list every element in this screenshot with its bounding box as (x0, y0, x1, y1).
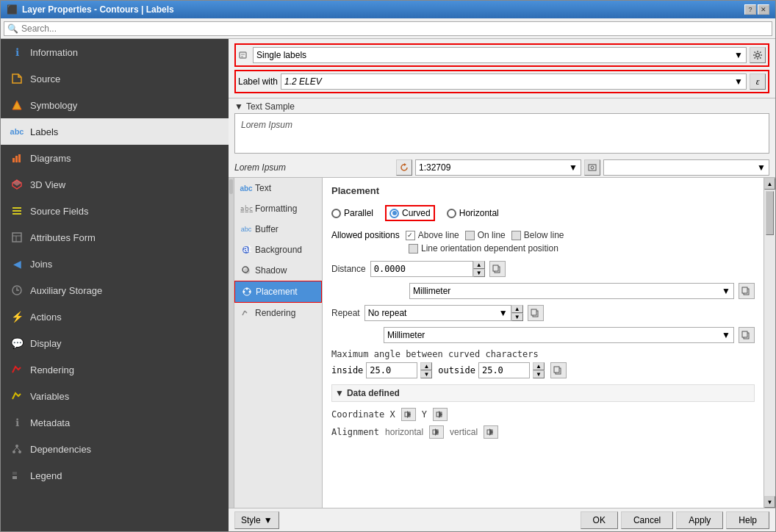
sub-item-label-buffer: Buffer (255, 224, 279, 234)
distance-copy-btn[interactable] (489, 261, 506, 277)
sidebar-label-display: Display (30, 338, 62, 349)
coord-x-btn[interactable] (401, 408, 416, 421)
outside-down-btn[interactable]: ▼ (533, 370, 545, 378)
svg-rect-9 (12, 233, 21, 242)
distance-unit-copy-btn[interactable] (739, 283, 755, 299)
sub-item-background[interactable]: abc Background (234, 240, 322, 260)
style-arrow-icon: ▼ (264, 515, 273, 525)
label-field-value: 1.2 ELEV (284, 76, 322, 87)
style-button[interactable]: Style ▼ (234, 511, 279, 529)
epsilon-btn[interactable]: ε (750, 73, 766, 90)
repeat-copy-btn[interactable] (528, 305, 544, 321)
distance-input[interactable] (370, 261, 473, 277)
repeat-unit-value: Millimeter (387, 330, 425, 340)
sidebar-item-dependencies[interactable]: Dependencies (1, 436, 229, 462)
sidebar-label-attributesform: Attributes Form (30, 232, 96, 243)
scroll-down-btn[interactable]: ▼ (764, 496, 775, 508)
alignment-vertical-value: vertical (450, 427, 478, 437)
sidebar-item-rendering[interactable]: Rendering (1, 356, 229, 383)
close-title-btn[interactable]: ✕ (758, 4, 769, 15)
alignment-v-btn[interactable] (484, 425, 498, 439)
attributesform-icon (10, 230, 24, 245)
inside-angle-input[interactable] (366, 362, 417, 378)
sidebar-item-attributesform[interactable]: Attributes Form (1, 224, 229, 251)
main-window: ⬛ Layer Properties - Contours | Labels ?… (0, 0, 776, 532)
sub-item-text[interactable]: abc Text (234, 178, 322, 198)
bottom-right-btns: OK Cancel Apply Help (581, 511, 769, 529)
display-icon: 💬 (10, 336, 24, 351)
apply-button[interactable]: Apply (676, 511, 723, 529)
repeat-dropdown[interactable]: No repeat ▼ (364, 305, 511, 321)
sidebar-item-legend[interactable]: Legend (1, 462, 229, 489)
repeat-unit-arrow: ▼ (722, 330, 730, 340)
data-defined-title: Data defined (347, 388, 400, 398)
sidebar-item-variables[interactable]: Variables (1, 383, 229, 409)
checkbox-above-line[interactable]: Above line (406, 230, 459, 240)
checkbox-below-line[interactable]: Below line (511, 230, 564, 240)
inside-down-btn[interactable]: ▼ (420, 370, 432, 378)
repeat-unit-dropdown[interactable]: Millimeter ▼ (384, 327, 734, 343)
sidebar-item-diagrams[interactable]: Diagrams (1, 145, 229, 171)
help-title-btn[interactable]: ? (744, 4, 756, 15)
search-bar: 🔍 (4, 21, 772, 36)
sub-item-buffer[interactable]: abc Buffer (234, 219, 322, 240)
ok-button[interactable]: OK (581, 511, 618, 529)
angle-copy-btn[interactable] (550, 362, 567, 378)
radio-parallel[interactable]: Parallel (331, 208, 373, 218)
settings-icon-btn[interactable] (750, 47, 766, 63)
scale-value: 1:32709 (419, 162, 450, 173)
sidebar-item-labels[interactable]: abc Labels (1, 118, 229, 145)
sidebar-item-3dview[interactable]: 3D View (1, 171, 229, 198)
map-btn[interactable] (584, 159, 600, 176)
radio-horizontal[interactable]: Horizontal (447, 208, 499, 218)
sub-item-formatting[interactable]: a̲b̲c̲ Formatting (234, 198, 322, 219)
format-dropdown[interactable]: ▼ (603, 159, 769, 176)
inside-label: inside (331, 365, 363, 375)
sub-item-placement[interactable]: Placement (234, 281, 322, 303)
scale-dropdown[interactable]: 1:32709 ▼ (415, 159, 581, 176)
alignment-h-btn[interactable] (429, 425, 444, 439)
lorem-ipsum-preview: Lorem Ipsum (241, 120, 292, 130)
scroll-up-btn[interactable]: ▲ (764, 178, 775, 190)
sidebar-item-actions[interactable]: ⚡ Actions (1, 303, 229, 330)
sidebar-item-auxiliary[interactable]: Auxiliary Storage (1, 277, 229, 303)
repeat-up-btn[interactable]: ▲ (511, 305, 523, 313)
right-scrollbar[interactable]: ▲ ▼ (764, 178, 775, 508)
repeat-down-btn[interactable]: ▼ (511, 313, 523, 321)
outside-angle-input[interactable] (478, 362, 530, 378)
curved-radio-wrapper[interactable]: Curved (385, 205, 435, 221)
svg-rect-18 (12, 472, 17, 475)
single-labels-dropdown[interactable]: Single labels ▼ (253, 47, 747, 63)
checkbox-on-line[interactable]: On line (465, 230, 506, 240)
sidebar-item-symbology[interactable]: Symbology (1, 92, 229, 118)
distance-unit-value: Millimeter (413, 286, 450, 296)
sidebar-item-joins[interactable]: ◀ Joins (1, 251, 229, 277)
preview-bar: Lorem Ipsum 1:32709 ▼ ▼ (229, 158, 775, 178)
sidebar-item-information[interactable]: ℹ Information (1, 39, 229, 65)
distance-up-btn[interactable]: ▲ (473, 261, 485, 269)
sidebar-item-display[interactable]: 💬 Display (1, 330, 229, 356)
sidebar-item-metadata[interactable]: ℹ Metadata (1, 409, 229, 436)
inside-up-btn[interactable]: ▲ (420, 362, 432, 370)
label-field-dropdown[interactable]: 1.2 ELEV ▼ (281, 73, 747, 90)
sidebar-item-source[interactable]: Source (1, 65, 229, 92)
outside-up-btn[interactable]: ▲ (533, 362, 545, 370)
sub-item-rendering[interactable]: Rendering (234, 303, 322, 323)
distance-down-btn[interactable]: ▼ (473, 269, 485, 277)
content-area: abc Text a̲b̲c̲ Formatting abc Buffer ab… (229, 178, 775, 508)
checkbox-line-orientation[interactable]: Line orientation dependent position (409, 243, 558, 254)
data-defined-arrow: ▼ (335, 388, 344, 398)
svg-point-15 (18, 450, 21, 453)
sidebar-item-sourcefields[interactable]: Source Fields (1, 198, 229, 224)
sidebar-label-dependencies: Dependencies (30, 444, 91, 455)
repeat-unit-copy-btn[interactable] (739, 327, 755, 343)
cancel-button[interactable]: Cancel (621, 511, 673, 529)
sub-item-shadow[interactable]: Shadow (234, 260, 322, 281)
help-button[interactable]: Help (726, 511, 769, 529)
left-scrollbar[interactable] (229, 178, 234, 508)
coord-y-btn[interactable] (433, 408, 448, 421)
distance-unit-dropdown[interactable]: Millimeter ▼ (409, 283, 734, 299)
refresh-btn[interactable] (396, 159, 412, 176)
search-input[interactable] (21, 24, 769, 34)
sub-item-label-text: Text (255, 183, 271, 193)
